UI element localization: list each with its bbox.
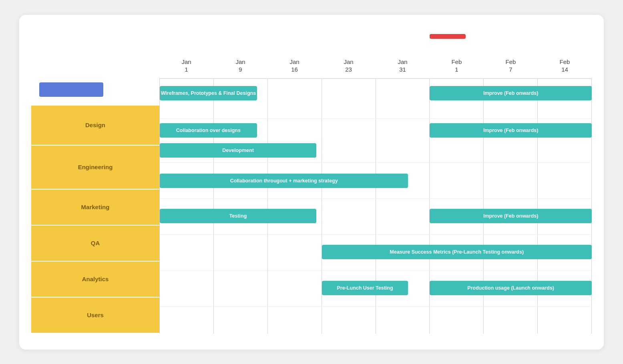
sidebar-row-users: Users: [31, 298, 159, 334]
date-col-6: Feb7: [484, 55, 538, 77]
launch-badge: [430, 34, 466, 39]
bar-2[interactable]: Collaboration over designs: [160, 123, 257, 138]
gantt-card: Jan1Jan9Jan16Jan23Jan31Feb1Feb7Feb14 Des…: [19, 15, 604, 350]
date-header: Jan1Jan9Jan16Jan23Jan31Feb1Feb7Feb14: [159, 55, 592, 77]
sidebar-row-design: Design: [31, 106, 159, 146]
sidebar-row-analytics: Analytics: [31, 262, 159, 298]
date-col-1: Jan9: [213, 55, 267, 77]
date-col-5: Feb1: [430, 55, 484, 77]
bar-1[interactable]: Improve (Feb onwards): [430, 86, 592, 100]
sidebar-rows: DesignEngineeringMarketingQAAnalyticsUse…: [31, 106, 159, 334]
bar-6[interactable]: Testing: [160, 209, 316, 223]
sidebar: DesignEngineeringMarketingQAAnalyticsUse…: [31, 78, 159, 334]
date-col-4: Jan31: [376, 55, 430, 77]
chart-area: Wireframes, Prototypes & Final DesignsIm…: [159, 78, 592, 334]
gantt-grid: DesignEngineeringMarketingQAAnalyticsUse…: [31, 78, 592, 334]
bar-0[interactable]: Wireframes, Prototypes & Final Designs: [160, 86, 257, 100]
sidebar-row-marketing: Marketing: [31, 190, 159, 226]
bar-5[interactable]: Collaboration througout + marketing stra…: [160, 174, 408, 188]
bar-9[interactable]: Pre-Lunch User Testing: [322, 281, 408, 295]
bar-8[interactable]: Measure Success Metrics (Pre-Launch Test…: [322, 245, 592, 259]
gantt-wrapper: Jan1Jan9Jan16Jan23Jan31Feb1Feb7Feb14 Des…: [31, 31, 592, 334]
bar-7[interactable]: Improve (Feb onwards): [430, 209, 592, 223]
date-col-2: Jan16: [267, 55, 322, 77]
bar-10[interactable]: Production usage (Launch onwards): [430, 281, 592, 295]
bar-4[interactable]: Improve (Feb onwards): [430, 123, 592, 138]
sidebar-header: [39, 82, 103, 97]
date-col-7: Feb14: [538, 55, 592, 77]
bar-3[interactable]: Development: [160, 143, 316, 158]
sidebar-row-engineering: Engineering: [31, 146, 159, 190]
date-col-3: Jan23: [322, 55, 376, 77]
date-col-0: Jan1: [159, 55, 213, 77]
sidebar-row-qa: QA: [31, 226, 159, 262]
